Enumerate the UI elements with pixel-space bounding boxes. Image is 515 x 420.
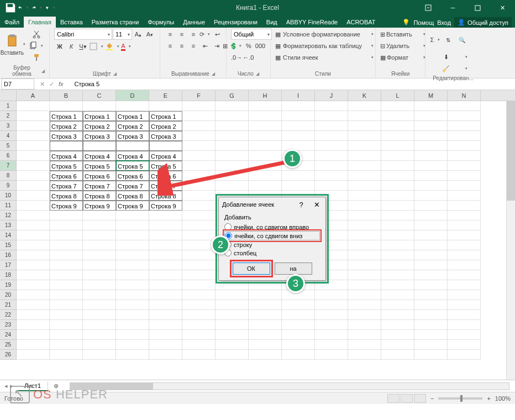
cell-N7[interactable] [448,161,481,171]
cell-M6[interactable] [414,151,448,161]
cell-N6[interactable] [448,151,481,161]
cell-M15[interactable] [414,240,448,250]
cell-A10[interactable] [17,191,50,201]
cell-J24[interactable] [315,330,348,340]
cell-E9[interactable]: Строка 7 [149,181,182,191]
cell-K22[interactable] [348,310,381,320]
cell-L17[interactable] [381,260,414,270]
cell-N19[interactable] [448,280,481,290]
cell-L23[interactable] [381,320,414,330]
alignment-dialog-launcher[interactable]: ◢ [212,71,215,76]
cell-D18[interactable] [116,270,149,280]
cell-F18[interactable] [182,270,216,280]
tab-home[interactable]: Главная [24,17,56,28]
view-page-layout-button[interactable] [401,394,413,403]
cell-F8[interactable] [182,171,216,181]
cell-M16[interactable] [414,250,448,260]
cell-G8[interactable] [216,171,249,181]
find-select-button[interactable]: 🔍 [455,29,469,51]
dialog-help-button[interactable]: ? [296,201,307,209]
cell-M23[interactable] [414,320,448,330]
name-box[interactable]: D7 [1,78,34,90]
tab-data[interactable]: Данные [178,17,209,28]
cell-N1[interactable] [448,101,481,111]
row-header-6[interactable]: 6 [0,151,17,161]
column-header-I[interactable]: I [282,90,315,101]
cell-L16[interactable] [381,250,414,260]
cell-M4[interactable] [414,131,448,141]
row-header-19[interactable]: 19 [0,280,17,290]
cell-L11[interactable] [381,201,414,211]
cell-N5[interactable] [448,141,481,151]
cell-K17[interactable] [348,260,381,270]
cell-H4[interactable] [249,131,282,141]
cell-M24[interactable] [414,330,448,340]
cell-C17[interactable] [83,260,116,270]
cell-B10[interactable]: Строка 8 [50,191,83,201]
cell-E14[interactable] [149,230,182,240]
cell-M14[interactable] [414,230,448,240]
cell-A5[interactable] [17,141,50,151]
row-header-20[interactable]: 20 [0,290,17,300]
cell-A4[interactable] [17,131,50,141]
cell-J1[interactable] [315,101,348,111]
tab-file[interactable]: Файл [0,17,24,28]
radio-shift-down[interactable]: ячейки, со сдвигом вниз [224,231,320,240]
cell-N26[interactable] [448,350,481,360]
cell-C25[interactable] [83,340,116,350]
row-header-7[interactable]: 7 [0,161,17,171]
cell-F6[interactable] [182,151,216,161]
cell-H22[interactable] [249,310,282,320]
cell-L20[interactable] [381,290,414,300]
cell-C11[interactable]: Строка 9 [83,201,116,211]
cell-K10[interactable] [348,191,381,201]
cell-E5[interactable] [149,141,182,151]
cell-A1[interactable] [17,101,50,111]
cell-L8[interactable] [381,171,414,181]
cell-D26[interactable] [116,350,149,360]
row-header-21[interactable]: 21 [0,300,17,310]
italic-button[interactable]: К [66,41,77,52]
cell-B16[interactable] [50,250,83,260]
cell-M8[interactable] [414,171,448,181]
sort-filter-button[interactable]: ⇅ [442,29,455,51]
column-header-C[interactable]: C [83,90,116,101]
sheet-nav-first[interactable]: ◂ [4,382,8,390]
cell-D24[interactable] [116,330,149,340]
cell-B11[interactable]: Строка 9 [50,201,83,211]
cell-K15[interactable] [348,240,381,250]
cell-L1[interactable] [381,101,414,111]
cell-J5[interactable] [315,141,348,151]
cell-A23[interactable] [17,320,50,330]
delete-cells-button[interactable]: ⊟ Удалить [380,40,427,51]
cell-H24[interactable] [249,330,282,340]
cell-K14[interactable] [348,230,381,240]
cell-F1[interactable] [182,101,216,111]
column-header-B[interactable]: B [50,90,83,101]
cell-L6[interactable] [381,151,414,161]
cell-M13[interactable] [414,221,448,230]
cell-F17[interactable] [182,260,216,270]
insert-cells-button[interactable]: ⊞ Вставить [380,29,427,40]
zoom-level[interactable]: 100% [495,395,511,402]
cell-K13[interactable] [348,221,381,230]
cell-D6[interactable]: Строка 4 [116,151,149,161]
fill-button[interactable]: ⬇ [430,51,469,62]
cell-A19[interactable] [17,280,50,290]
font-name-select[interactable]: Calibri [54,29,112,40]
column-header-E[interactable]: E [149,90,182,101]
row-header-8[interactable]: 8 [0,171,17,181]
cell-J20[interactable] [315,290,348,300]
cell-F12[interactable] [182,211,216,221]
cell-H20[interactable] [249,290,282,300]
cell-M18[interactable] [414,270,448,280]
cell-styles-button[interactable]: ▦ Стили ячеек [275,52,375,63]
cell-B12[interactable] [50,211,83,221]
cell-N14[interactable] [448,230,481,240]
format-cells-button[interactable]: ▦ Формат [380,52,427,63]
autosum-button[interactable]: Σ [430,34,441,45]
cell-G6[interactable] [216,151,249,161]
cell-B19[interactable] [50,280,83,290]
cell-F22[interactable] [182,310,216,320]
cell-F7[interactable] [182,161,216,171]
